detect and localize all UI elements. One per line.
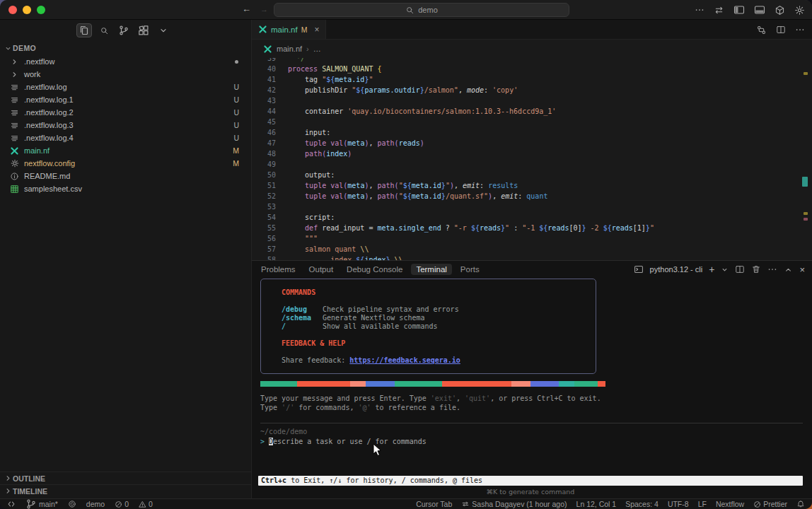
layout-sidebar-icon[interactable] — [733, 4, 745, 16]
panel-tab-debug-console[interactable]: Debug Console — [342, 264, 407, 275]
file-row[interactable]: .nextflow.logU — [0, 81, 251, 93]
sidebar-section-timeline[interactable]: TIMELINE — [0, 484, 251, 497]
status-item-0[interactable]: 0 — [115, 500, 129, 508]
open-changes-icon[interactable] — [756, 25, 767, 35]
search-sidebar-icon[interactable] — [96, 23, 112, 37]
breadcrumb[interactable]: main.nf › … — [252, 40, 812, 58]
breadcrumb-file[interactable]: main.nf — [277, 45, 302, 53]
sidebar-section-outline[interactable]: OUTLINE — [0, 472, 251, 484]
file-row[interactable]: work — [0, 68, 251, 81]
titlebar: ← → demo — [0, 0, 812, 20]
status-item-ln-12-col-1[interactable]: Ln 12, Col 1 — [576, 500, 617, 508]
status-item-spaces-4[interactable]: Spaces: 4 — [625, 500, 659, 508]
file-row[interactable]: .nextflow.log.2U — [0, 106, 251, 119]
help-command-desc: Check pipeline syntax and errors — [323, 305, 459, 313]
code-line[interactable]: 41 tag "${meta.id}" — [252, 74, 812, 85]
status-item-demo[interactable]: demo — [86, 500, 105, 508]
zoom-window-button[interactable] — [37, 6, 45, 14]
code-line[interactable]: 43 — [252, 95, 812, 106]
more-actions-icon[interactable] — [795, 25, 805, 35]
help-command[interactable]: /schema — [282, 314, 323, 322]
file-row[interactable]: .nextflow.log.4U — [0, 131, 251, 144]
split-editor-icon[interactable] — [776, 25, 786, 35]
code-line[interactable]: 40process SALMON_QUANT { — [252, 64, 812, 74]
panel-tab-terminal[interactable]: Terminal — [411, 264, 451, 275]
maximize-panel-icon[interactable] — [784, 265, 793, 274]
file-row[interactable]: .nextflow.log.3U — [0, 119, 251, 131]
layout-panel-icon[interactable] — [754, 4, 765, 16]
terminal-prompt[interactable]: >Describe a task or use / for commands — [260, 437, 427, 446]
tab-main-nf[interactable]: main.nf M × — [252, 20, 326, 39]
forward-button[interactable]: → — [260, 5, 268, 13]
code-line[interactable]: 46 input: — [252, 127, 812, 138]
status-item-0[interactable]: 0 — [139, 500, 153, 508]
code-line[interactable]: 47 tuple val(meta), path(reads) — [252, 138, 812, 148]
nextflow-logo — [9, 146, 20, 156]
source-control-icon[interactable] — [116, 23, 132, 37]
file-row[interactable]: .nextflow.log.1U — [0, 93, 251, 106]
command-center-search[interactable]: demo — [274, 3, 569, 17]
bell-icon — [796, 500, 805, 508]
file-row[interactable]: samplesheet.csv — [0, 182, 251, 195]
help-command[interactable]: /debug — [282, 305, 323, 314]
code-line[interactable]: 49 — [252, 159, 812, 170]
status-item-prettier[interactable]: Prettier — [753, 500, 787, 508]
split-terminal-icon[interactable] — [735, 264, 745, 274]
code-line[interactable]: 44 container 'quay.io/biocontainers/salm… — [252, 106, 812, 117]
help-command[interactable]: / — [282, 322, 323, 331]
code-line[interactable]: 51 tuple val(meta), path("${meta.id}"), … — [252, 180, 812, 191]
code-line[interactable]: 58 --index ${index} \\ — [252, 255, 812, 260]
file-row[interactable]: main.nfM — [0, 144, 251, 157]
new-terminal-button[interactable]: + — [709, 264, 714, 275]
files-icon[interactable] — [76, 23, 92, 37]
code-line[interactable]: 45 — [252, 117, 812, 127]
close-panel-icon[interactable]: × — [799, 264, 805, 275]
code-line[interactable]: 50 output: — [252, 170, 812, 180]
terminal[interactable]: COMMANDS/debugCheck pipeline syntax and … — [252, 278, 812, 498]
code-line[interactable]: 42 publishDir "${params.outdir}/salmon",… — [252, 85, 812, 95]
swap-icon[interactable] — [714, 5, 724, 16]
status-item-sasha-dagayev-1-hour-ago-[interactable]: Sasha Dagayev (1 hour ago) — [461, 500, 567, 508]
panel-tab-ports[interactable]: Ports — [456, 264, 485, 275]
gear-icon[interactable] — [794, 5, 805, 16]
more-actions-icon[interactable] — [695, 5, 704, 15]
file-row[interactable]: .nextflow — [0, 55, 251, 68]
code-editor[interactable]: 39 */40process SALMON_QUANT {41 tag "${m… — [252, 58, 812, 260]
more-actions-icon[interactable] — [767, 264, 777, 274]
status-item-cursor-tab[interactable]: Cursor Tab — [416, 500, 452, 508]
status-item[interactable] — [796, 500, 805, 508]
close-window-button[interactable] — [8, 6, 17, 14]
status-label: Sasha Dagayev (1 hour ago) — [472, 500, 567, 508]
status-item-lf[interactable]: LF — [698, 500, 707, 508]
status-item-nextflow[interactable]: Nextflow — [716, 500, 744, 508]
status-item[interactable] — [7, 500, 16, 508]
panel-tab-problems[interactable]: Problems — [256, 264, 301, 275]
cube-icon[interactable] — [775, 5, 785, 16]
code-line[interactable]: 54 script: — [252, 212, 812, 223]
panel-tab-output[interactable]: Output — [304, 264, 339, 275]
code-line[interactable]: 53 — [252, 201, 812, 212]
status-item-utf-8[interactable]: UTF-8 — [668, 500, 689, 508]
feedback-link[interactable]: https://feedback.seqera.io — [349, 356, 460, 364]
back-button[interactable]: ← — [242, 4, 251, 14]
file-row[interactable]: README.md — [0, 170, 251, 182]
shell-label[interactable]: python3.12 - cli — [650, 265, 703, 274]
code-line[interactable]: 48 path(index) — [252, 148, 812, 159]
explorer-section-header[interactable]: DEMO — [0, 41, 251, 55]
chevron-down-icon[interactable] — [721, 266, 729, 274]
close-icon[interactable]: × — [314, 25, 319, 35]
code-line[interactable]: 52 tuple val(meta), path("${meta.id}/qua… — [252, 191, 812, 201]
breadcrumb-more[interactable]: … — [313, 45, 321, 53]
file-row[interactable]: nextflow.configM — [0, 157, 251, 170]
terminal-hints: Type your message and press Enter. Type … — [260, 394, 601, 412]
code-line[interactable]: 57 salmon quant \\ — [252, 244, 812, 255]
kill-terminal-icon[interactable] — [751, 264, 761, 274]
status-item-main-[interactable]: main* — [25, 498, 58, 509]
status-item[interactable] — [68, 500, 76, 508]
code-line[interactable]: 55 def read_input = meta.single_end ? "-… — [252, 223, 812, 233]
minimize-window-button[interactable] — [23, 6, 31, 14]
chevron-down-icon[interactable] — [156, 23, 171, 37]
code-line[interactable]: 39 */ — [252, 58, 812, 64]
extensions-icon[interactable] — [136, 23, 151, 37]
code-line[interactable]: 56 """ — [252, 233, 812, 244]
